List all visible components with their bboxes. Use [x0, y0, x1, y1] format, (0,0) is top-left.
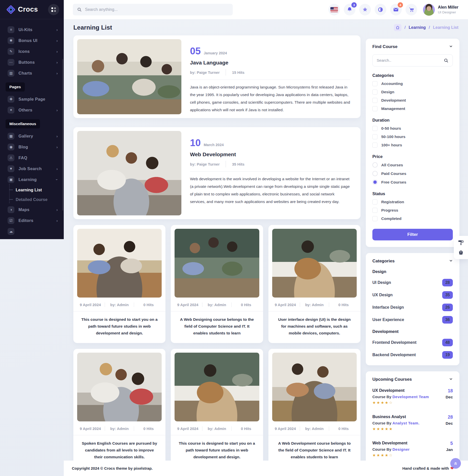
checkbox-management[interactable]: Management	[372, 106, 453, 111]
scroll-to-top-button[interactable]	[450, 458, 461, 469]
notifications-button[interactable]: 3	[344, 4, 355, 15]
sidebar-item-gallery[interactable]: ▦ Gallery ›	[0, 131, 64, 142]
category-link-ux-design[interactable]: UX Design 35	[372, 291, 453, 299]
category-link-frontend-development[interactable]: Frontend Development 48	[372, 339, 453, 346]
chevron-right-icon: ›	[56, 167, 58, 171]
course-author: by: Admin	[202, 303, 231, 307]
course-author: by: Admin	[202, 426, 231, 431]
course-description[interactable]: User interface design (UI) is the design…	[268, 311, 360, 343]
checkbox-100-plus-hours[interactable]: 100+ hours	[372, 143, 453, 148]
page-title-row: Learning List / Learning / Learning List	[73, 22, 458, 33]
sidebar-item-ui-kits[interactable]: ≡ Ui-Kits ›	[0, 24, 64, 35]
course-day: 10	[190, 138, 201, 148]
sidebar-item-blog[interactable]: ◉ Blog ›	[0, 142, 64, 152]
categories-header[interactable]: Categories	[372, 259, 453, 264]
brand-name: Crocs	[18, 6, 38, 13]
header-actions: 3 4 Alen Miller UI Designer	[328, 4, 458, 16]
sidebar-item-buttons[interactable]: ⋯ Buttons ›	[0, 57, 64, 68]
category-link-backend-development[interactable]: Backend Development 19	[372, 351, 453, 359]
course-title[interactable]: Java Language	[190, 60, 350, 66]
checkbox-0-50-hours[interactable]: 0-50 hours	[372, 126, 453, 131]
dark-mode-button[interactable]	[375, 4, 386, 15]
sidebar-item-maps[interactable]: ◑ Maps ›	[0, 204, 64, 215]
course-image	[77, 229, 162, 298]
radio-free-courses[interactable]: Free Courses	[372, 179, 453, 185]
checkbox-accounting[interactable]: Accounting	[372, 81, 453, 86]
sidebar-item-icons[interactable]: ✎ Icons ›	[0, 46, 64, 57]
category-link-ui-design[interactable]: UI Design 28	[372, 279, 453, 286]
rating-stars: ★★★★☆	[372, 400, 429, 405]
sidebar-item-detailed-course[interactable]: Detailed Course	[9, 195, 64, 204]
meta-divider	[226, 161, 226, 167]
chevron-right-icon: ›	[56, 28, 58, 32]
sidebar-item-learning[interactable]: ▣ Learning ›	[0, 174, 64, 185]
basket-icon[interactable]	[458, 249, 464, 255]
filter-button[interactable]: Filter	[372, 229, 453, 240]
course-search[interactable]	[372, 54, 453, 66]
brand-logo[interactable]: Crocs	[7, 5, 38, 14]
sidebar-item-editors[interactable]: ☑ Editors ›	[0, 215, 64, 226]
home-icon	[396, 26, 400, 30]
copyright-text: Copyright 2024 © Crocs theme by pixelstr…	[72, 466, 153, 470]
search-input[interactable]	[85, 7, 229, 12]
course-month: Jan	[446, 447, 453, 452]
checkbox-progress[interactable]: Progress	[372, 208, 453, 213]
sidebar-item-bonus-ui[interactable]: ✱ Bonus UI ›	[0, 35, 64, 46]
course-team-link[interactable]: Analyst Team.	[392, 421, 419, 425]
count-badge: 28	[442, 279, 453, 286]
sidebar-item-others[interactable]: ✦ Others ›	[0, 105, 64, 116]
breadcrumb-home-link[interactable]	[394, 24, 401, 31]
language-button[interactable]	[328, 4, 340, 15]
chevron-right-icon: ›	[56, 49, 58, 54]
app-canvas: Crocs ≡ Ui-Kits › ✱ Bonus UI › ✎ Icons ›	[0, 0, 468, 476]
category-link-interface-design[interactable]: Interface Design 26	[372, 304, 453, 311]
course-author: by: Paige Turner	[190, 70, 220, 75]
course-author: by: Paige Turner	[190, 162, 220, 166]
bell-icon	[347, 7, 352, 12]
sidebar-item-clipped[interactable]: ☁	[0, 226, 64, 237]
sidebar-item-charts[interactable]: ▥ Charts ›	[0, 68, 64, 79]
breadcrumb-current: Learning List	[433, 25, 458, 30]
user-menu[interactable]: Alen Miller UI Designer	[423, 4, 458, 16]
upcoming-course-item[interactable]: Web Development Course By Designer ★★★★☆…	[372, 441, 453, 458]
learning-icon: ▣	[8, 176, 14, 183]
sidebar-toggle-button[interactable]	[48, 4, 59, 15]
checkbox-completed[interactable]: Completed	[372, 216, 453, 221]
radio-paid-courses[interactable]: Paid Courses	[372, 171, 453, 176]
upcoming-course-item[interactable]: UX Development Course By Development Tea…	[372, 388, 453, 405]
checkbox-50-100-hours[interactable]: 50-100 hours	[372, 134, 453, 139]
course-title[interactable]: Web Development	[190, 151, 350, 157]
checkbox-registration[interactable]: Registration	[372, 199, 453, 205]
chevron-right-icon: ›	[56, 134, 58, 138]
category-link-user-experience[interactable]: User Experience 36	[372, 316, 453, 324]
cart-icon	[409, 7, 414, 12]
upcoming-course-item[interactable]: Business Analyst Course By Analyst Team.…	[372, 415, 453, 431]
cart-button[interactable]	[406, 4, 417, 15]
course-description[interactable]: This course is designed to start you on …	[73, 311, 165, 343]
breadcrumb-learning[interactable]: Learning	[409, 25, 426, 30]
course-image	[175, 229, 259, 298]
count-badge: 26	[442, 304, 453, 311]
course-team-link[interactable]: Designer	[392, 447, 410, 451]
course-description[interactable]: A Web Designing course belongs to the fi…	[171, 311, 263, 343]
checkbox-design[interactable]: Design	[372, 89, 453, 95]
messages-button[interactable]: 4	[390, 4, 402, 15]
sidebar-scrollbar[interactable]	[62, 59, 63, 211]
bookmark-button[interactable]	[359, 4, 371, 15]
sidebar-item-sample-page[interactable]: ✚ Sample Page	[0, 94, 64, 105]
paint-roller-icon[interactable]	[458, 240, 464, 246]
radio-all-courses[interactable]: All Courses	[372, 162, 453, 168]
tagline-text: Hand crafted & made with❤	[402, 466, 454, 471]
global-search[interactable]	[73, 4, 233, 15]
sidebar-item-job-search[interactable]: ▼ Job Search ›	[0, 163, 64, 174]
sidebar-item-faq[interactable]: ⚠ FAQ	[0, 152, 64, 163]
upcoming-courses-header[interactable]: Upcoming Courses	[372, 377, 453, 382]
chevron-down-icon: ›	[55, 179, 59, 180]
course-team-link[interactable]: Development Team	[392, 395, 429, 399]
sidebar-item-learning-list[interactable]: Learning List	[9, 185, 64, 195]
checkbox-development[interactable]: Development	[372, 98, 453, 103]
chevron-down-icon	[449, 377, 453, 382]
course-search-input[interactable]	[377, 58, 441, 63]
find-course-header[interactable]: Find Course	[372, 44, 453, 49]
double-chevron-up-icon	[453, 461, 458, 466]
